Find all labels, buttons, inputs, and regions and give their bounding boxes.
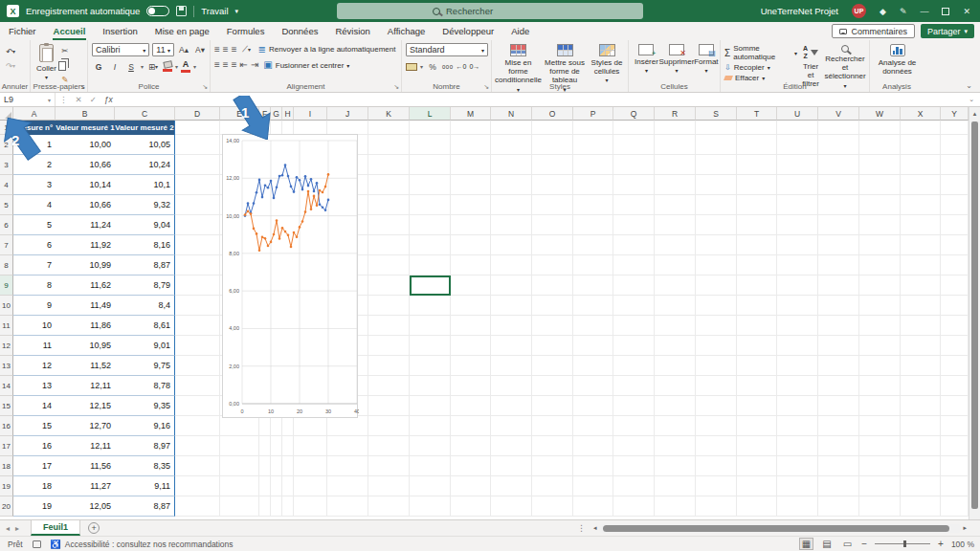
- cell-N1[interactable]: [491, 121, 532, 135]
- cell-W5[interactable]: [859, 195, 901, 215]
- row-header-7[interactable]: 7: [0, 235, 13, 255]
- cell-N4[interactable]: [491, 175, 532, 195]
- cell-D20[interactable]: [175, 496, 220, 517]
- font-name-select[interactable]: Calibri▾: [92, 43, 149, 56]
- cell-L11[interactable]: [410, 316, 451, 336]
- cell-D10[interactable]: [175, 296, 220, 316]
- cell-U9[interactable]: [777, 276, 818, 296]
- cell-V12[interactable]: [818, 336, 859, 356]
- column-header-W[interactable]: W: [859, 107, 901, 121]
- cell-C12[interactable]: 9,01: [115, 336, 175, 356]
- cell-B16[interactable]: 12,70: [56, 416, 115, 436]
- column-header-D[interactable]: D: [175, 107, 220, 121]
- page-layout-view-button[interactable]: ▤: [820, 539, 833, 549]
- cell-G18[interactable]: [271, 456, 282, 476]
- cell-W6[interactable]: [859, 215, 901, 235]
- cell-Y8[interactable]: [941, 255, 969, 276]
- cell-L16[interactable]: [410, 416, 451, 436]
- cell-N2[interactable]: [491, 135, 532, 155]
- cell-X19[interactable]: [901, 476, 941, 496]
- cell-U10[interactable]: [777, 296, 818, 316]
- cell-O19[interactable]: [532, 476, 573, 496]
- cell-O8[interactable]: [532, 255, 573, 276]
- cell-S7[interactable]: [696, 235, 737, 255]
- cell-styles-button[interactable]: Styles de cellules▾: [589, 43, 625, 85]
- cell-T19[interactable]: [737, 476, 777, 496]
- redo-button[interactable]: ↷ ▾: [4, 59, 17, 72]
- cell-P17[interactable]: [573, 436, 613, 456]
- cell-L6[interactable]: [410, 215, 451, 235]
- cell-K6[interactable]: [368, 215, 410, 235]
- cell-R8[interactable]: [655, 255, 696, 276]
- cell-Q19[interactable]: [613, 476, 655, 496]
- analyze-data-button[interactable]: Analyse de données: [874, 43, 921, 77]
- page-break-view-button[interactable]: ▭: [841, 539, 854, 549]
- cell-H19[interactable]: [282, 476, 294, 496]
- cell-T13[interactable]: [737, 356, 777, 376]
- cell-K17[interactable]: [368, 436, 410, 456]
- cell-U6[interactable]: [777, 215, 818, 235]
- cell-Y7[interactable]: [941, 235, 969, 255]
- cell-W4[interactable]: [859, 175, 901, 195]
- cell-M14[interactable]: [451, 376, 491, 396]
- cell-U5[interactable]: [777, 195, 818, 215]
- cell-B7[interactable]: 11,92: [56, 235, 115, 255]
- cell-K4[interactable]: [368, 175, 410, 195]
- column-header-T[interactable]: T: [737, 107, 777, 121]
- row-header-4[interactable]: 4: [0, 175, 13, 195]
- cell-V5[interactable]: [818, 195, 859, 215]
- cell-Y9[interactable]: [941, 276, 969, 296]
- cell-T18[interactable]: [737, 456, 777, 476]
- decrease-indent-icon[interactable]: ⇤: [240, 60, 248, 70]
- cell-P3[interactable]: [573, 155, 613, 175]
- cell-K3[interactable]: [368, 155, 410, 175]
- cell-W8[interactable]: [859, 255, 901, 276]
- cell-X11[interactable]: [901, 316, 941, 336]
- cell-R1[interactable]: [655, 121, 696, 135]
- cell-M11[interactable]: [451, 316, 491, 336]
- cell-Y10[interactable]: [941, 296, 969, 316]
- cell-X16[interactable]: [901, 416, 941, 436]
- orientation-button[interactable]: ⟋▾: [240, 43, 254, 55]
- cell-E17[interactable]: [220, 436, 259, 456]
- cell-O17[interactable]: [532, 436, 573, 456]
- row-header-11[interactable]: 11: [0, 316, 13, 336]
- cell-B3[interactable]: 10,66: [56, 155, 115, 175]
- cell-C13[interactable]: 9,75: [115, 356, 175, 376]
- undo-button[interactable]: ↶ ▾: [4, 45, 17, 57]
- cell-T10[interactable]: [737, 296, 777, 316]
- cell-X18[interactable]: [901, 456, 941, 476]
- cell-Q8[interactable]: [613, 255, 655, 276]
- ribbon-tab-affichage[interactable]: Affichage: [379, 22, 434, 40]
- cell-F18[interactable]: [259, 456, 271, 476]
- cell-X10[interactable]: [901, 296, 941, 316]
- cell-X1[interactable]: [901, 121, 941, 135]
- cell-Q5[interactable]: [613, 195, 655, 215]
- cell-V1[interactable]: [818, 121, 859, 135]
- cell-N8[interactable]: [491, 255, 532, 276]
- cell-N18[interactable]: [491, 456, 532, 476]
- cell-W20[interactable]: [859, 496, 901, 517]
- row-header-10[interactable]: 10: [0, 296, 13, 316]
- cell-M12[interactable]: [451, 336, 491, 356]
- cell-B4[interactable]: 10,14: [56, 175, 115, 195]
- column-header-V[interactable]: V: [818, 107, 859, 121]
- cell-N7[interactable]: [491, 235, 532, 255]
- cell-B9[interactable]: 11,62: [56, 276, 115, 296]
- cell-R10[interactable]: [655, 296, 696, 316]
- cell-C15[interactable]: 9,35: [115, 396, 175, 416]
- cell-X13[interactable]: [901, 356, 941, 376]
- cell-Y16[interactable]: [941, 416, 969, 436]
- cell-N14[interactable]: [491, 376, 532, 396]
- cell-K5[interactable]: [368, 195, 410, 215]
- column-header-R[interactable]: R: [655, 107, 696, 121]
- sheet-nav-arrows[interactable]: ◂▸: [0, 524, 31, 533]
- cell-T5[interactable]: [737, 195, 777, 215]
- cell-I16[interactable]: [294, 416, 327, 436]
- cell-U3[interactable]: [777, 155, 818, 175]
- cell-P10[interactable]: [573, 296, 613, 316]
- cell-Q7[interactable]: [613, 235, 655, 255]
- cell-R12[interactable]: [655, 336, 696, 356]
- cell-L15[interactable]: [410, 396, 451, 416]
- cell-P8[interactable]: [573, 255, 613, 276]
